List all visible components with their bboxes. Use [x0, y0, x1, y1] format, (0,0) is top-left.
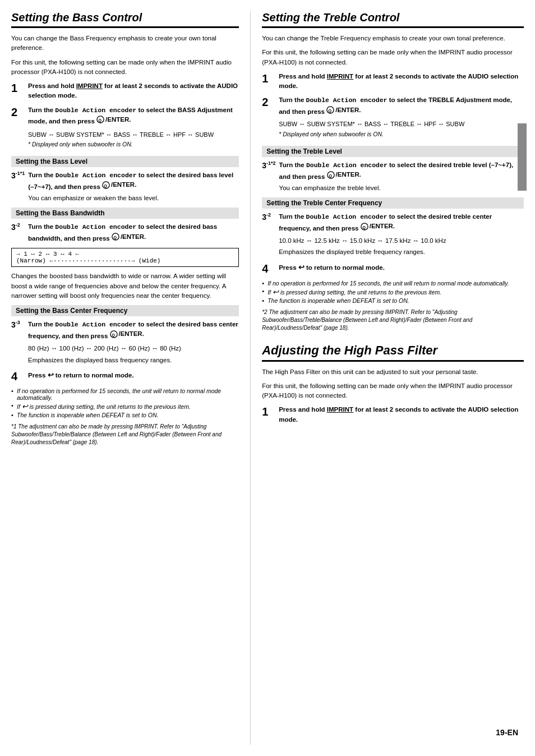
- bass-bullet1: If no operation is performed for 15 seco…: [11, 388, 239, 401]
- bass-step1: 1 Press and hold IMPRINT for at least 2 …: [11, 81, 239, 101]
- treble-step2-number: 2: [262, 95, 275, 109]
- treble-level-note: You can emphasize the treble level.: [279, 183, 524, 193]
- treble-center-freq-title: Setting the Treble Center Frequency: [262, 197, 524, 209]
- bass-freq-note: Emphasizes the displayed bass frequency …: [28, 356, 239, 365]
- left-column: Setting the Bass Control You can change …: [11, 11, 251, 745]
- enter-icon-bass2: Q: [96, 116, 104, 123]
- bass-step3-3-number: 3-3: [11, 320, 25, 329]
- svg-text:Q: Q: [113, 236, 117, 240]
- bass-step4-number: 4: [11, 370, 25, 383]
- enter-icon-bass3-2: Q: [112, 233, 119, 241]
- bass-step3-2: 3-2 Turn the Double Action encoder to se…: [11, 222, 239, 243]
- hpf-step1: 1 Press and hold IMPRINT for at least 2 …: [262, 405, 524, 425]
- treble-step1: 1 Press and hold IMPRINT for at least 2 …: [262, 72, 524, 91]
- bass-footnote: *1 The adjustment can also be made by pr…: [11, 423, 239, 446]
- bandwidth-note: Changes the boosted bass bandwidth to wi…: [11, 271, 239, 301]
- treble-flow: SUBW ↔ SUBW SYSTEM* ↔ BASS ↔ TREBLE ↔ HP…: [279, 119, 524, 129]
- right-column: Setting the Treble Control You can chang…: [251, 11, 524, 745]
- treble-bullet2: If ↩ is pressed during setting, the unit…: [262, 288, 524, 296]
- bass-step3-2-number: 3-2: [11, 222, 25, 232]
- treble-footnote: *2 The adjustment can also be made by pr…: [262, 308, 524, 332]
- treble-bullets: If no operation is performed for 15 seco…: [262, 280, 524, 304]
- treble-step3-1-text: Turn the Double Action encoder to select…: [279, 160, 524, 193]
- treble-step3-2: 3-2 Turn the Double Action encoder to se…: [262, 212, 524, 257]
- bass-step3-2-text: Turn the Double Action encoder to select…: [28, 222, 239, 243]
- svg-text:Q: Q: [329, 173, 332, 178]
- bass-flow-note: * Displayed only when subwoofer is ON.: [28, 140, 239, 149]
- bass-step3-3: 3-3 Turn the Double Action encoder to se…: [11, 320, 239, 365]
- enter-icon-treble3-1: Q: [327, 171, 335, 179]
- page-number: 19-EN: [496, 721, 518, 739]
- treble-step3-2-number: 3-2: [262, 212, 275, 222]
- treble-intro2: For this unit, the following setting can…: [262, 48, 524, 67]
- treble-step2: 2 Turn the Double Action encoder to sele…: [262, 95, 524, 141]
- bass-flow: SUBW ↔ SUBW SYSTEM* ↔ BASS ↔ TREBLE ↔ HP…: [28, 130, 239, 140]
- bass-level-title: Setting the Bass Level: [11, 156, 239, 167]
- svg-text:Q: Q: [104, 183, 108, 188]
- side-tab: [518, 123, 527, 191]
- page: Setting the Bass Control You can change …: [0, 0, 535, 756]
- page-num-value: 19: [496, 728, 505, 737]
- treble-bullet1: If no operation is performed for 15 seco…: [262, 280, 524, 287]
- treble-step1-text: Press and hold IMPRINT for at least 2 se…: [279, 72, 524, 91]
- svg-text:Q: Q: [362, 225, 366, 229]
- treble-bullet3: The function is inoperable when DEFEAT i…: [262, 297, 524, 304]
- bass-bullet3: The function is inoperable when DEFEAT i…: [11, 412, 239, 418]
- bass-bullet2: If ↩ is pressed during setting, the unit…: [11, 402, 239, 411]
- treble-step4: 4 Press ↩ to return to normal mode.: [262, 262, 524, 275]
- hpf-section-title: Adjusting the High Pass Filter: [262, 343, 524, 362]
- svg-text:Q: Q: [112, 333, 115, 338]
- bass-intro2: For this unit, the following setting can…: [11, 58, 239, 77]
- bass-bandwidth-title: Setting the Bass Bandwidth: [11, 208, 239, 219]
- bass-step3-1-number: 3-1*1: [11, 170, 25, 180]
- bass-step1-text: Press and hold IMPRINT for at least 2 se…: [28, 81, 239, 101]
- hpf-step1-number: 1: [262, 405, 275, 418]
- enter-icon-treble3-2: Q: [361, 223, 368, 231]
- treble-step4-number: 4: [262, 262, 275, 275]
- bass-level-note: You can emphasize or weaken the bass lev…: [28, 193, 239, 203]
- enter-icon-bass3-1: Q: [102, 181, 110, 189]
- bandwidth-line1: → 1 ↔ 2 ↔ 3 ↔ 4 ←: [16, 251, 234, 257]
- treble-step3-1-number: 3-1*2: [262, 160, 275, 170]
- treble-level-title: Setting the Treble Level: [262, 146, 524, 157]
- treble-flow-note: * Displayed only when subwoofer is ON.: [279, 130, 524, 139]
- treble-section-title: Setting the Treble Control: [262, 11, 524, 28]
- bass-step2-text: Turn the Double Action encoder to select…: [28, 105, 239, 151]
- treble-step1-number: 1: [262, 72, 275, 85]
- bass-intro1: You can change the Bass Frequency emphas…: [11, 34, 239, 53]
- hpf-step1-text: Press and hold IMPRINT for at least 2 se…: [279, 405, 524, 425]
- bass-center-freq-title: Setting the Bass Center Frequency: [11, 305, 239, 316]
- bass-step4: 4 Press ↩ to return to normal mode.: [11, 370, 239, 383]
- bandwidth-diagram: → 1 ↔ 2 ↔ 3 ↔ 4 ← (Narrow) ←············…: [11, 248, 239, 267]
- bass-bullets: If no operation is performed for 15 seco…: [11, 388, 239, 418]
- bass-step4-text: Press ↩ to return to normal mode.: [28, 370, 239, 381]
- hpf-intro1: The High Pass Filter on this unit can be…: [262, 367, 524, 377]
- enter-icon-treble2: Q: [326, 106, 334, 114]
- enter-icon-bass3-3: Q: [110, 330, 118, 338]
- treble-step2-text: Turn the Double Action encoder to select…: [279, 95, 524, 141]
- treble-freq-note: Emphasizes the displayed treble frequenc…: [279, 247, 524, 257]
- treble-intro1: You can change the Treble Frequency emph…: [262, 34, 524, 43]
- bass-step3-3-text: Turn the Double Action encoder to select…: [28, 320, 239, 365]
- bass-step3-1-text: Turn the Double Action encoder to select…: [28, 170, 239, 203]
- bass-step2-number: 2: [11, 105, 25, 119]
- svg-text:Q: Q: [99, 118, 102, 123]
- bass-step3-1: 3-1*1 Turn the Double Action encoder to …: [11, 170, 239, 203]
- page-suffix: -EN: [505, 728, 518, 737]
- bass-step1-number: 1: [11, 81, 25, 95]
- bass-freq-flow: 80 (Hz) ↔ 100 (Hz) ↔ 200 (Hz) ↔ 60 (Hz) …: [28, 344, 239, 353]
- bass-section-title: Setting the Bass Control: [11, 11, 239, 28]
- treble-step4-text: Press ↩ to return to normal mode.: [279, 262, 524, 273]
- hpf-intro2: For this unit, the following setting can…: [262, 381, 524, 401]
- bandwidth-line2: (Narrow) ←·····················→ (Wide): [16, 257, 234, 264]
- treble-step3-1: 3-1*2 Turn the Double Action encoder to …: [262, 160, 524, 193]
- treble-step3-2-text: Turn the Double Action encoder to select…: [279, 212, 524, 257]
- bass-step2: 2 Turn the Double Action encoder to sele…: [11, 105, 239, 151]
- hpf-section: Adjusting the High Pass Filter The High …: [262, 343, 524, 425]
- treble-freq-flow: 10.0 kHz ↔ 12.5 kHz ↔ 15.0 kHz ↔ 17.5 kH…: [279, 236, 524, 246]
- svg-text:Q: Q: [329, 109, 332, 113]
